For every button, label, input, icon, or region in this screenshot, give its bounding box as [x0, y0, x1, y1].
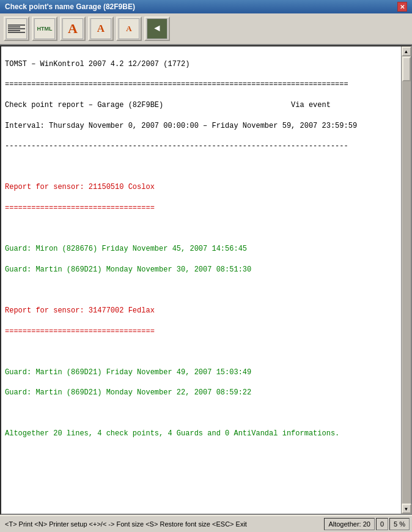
sensor2-sep: ==================================: [5, 327, 155, 336]
blank-5: [5, 409, 9, 418]
report-text: TOMST – WinKontrol 2007 4.2 12/2007 (177…: [5, 49, 397, 449]
scrollbar-thumb[interactable]: [402, 57, 411, 81]
window-title: Check point's name Garage (82F9BE): [5, 2, 397, 11]
font-medium-icon: A: [90, 18, 111, 39]
sensor1-sep: ==================================: [5, 204, 155, 212]
print-icon: [6, 18, 27, 39]
status-hint: <T> Print <N> Printer setup <+>/< -> Fon…: [2, 520, 324, 528]
print-button[interactable]: [4, 17, 29, 41]
report-content[interactable]: TOMST – WinKontrol 2007 4.2 12/2007 (177…: [1, 46, 401, 514]
report-line-1: TOMST – WinKontrol 2007 4.2 12/2007 (177…: [5, 60, 189, 68]
close-button[interactable]: ✕: [397, 2, 407, 12]
html-icon: HTML: [34, 18, 55, 39]
status-bar: <T> Print <N> Printer setup <+>/< -> Fon…: [0, 515, 412, 532]
font-large-icon: A: [62, 18, 83, 39]
scroll-down-button[interactable]: ▼: [402, 504, 411, 514]
scrollbar[interactable]: ▲ ▼: [401, 46, 411, 514]
font-small-icon: A: [119, 18, 139, 39]
font-large-button[interactable]: A: [60, 17, 86, 41]
font-small-button[interactable]: A: [116, 17, 142, 41]
summary: Altogether 20 lines, 4 check points, 4 G…: [5, 429, 339, 438]
scroll-up-button[interactable]: ▲: [402, 46, 411, 56]
report-line-interval: Interval: Thursday November 0, 2007 00:0…: [5, 122, 357, 130]
status-count: 0: [376, 518, 388, 530]
blank-1: [5, 163, 9, 171]
title-bar: Check point's name Garage (82F9BE) ✕: [0, 0, 412, 13]
report-line-report: Check point report – Garage (82F9BE) Via…: [5, 101, 331, 109]
html-button[interactable]: HTML: [32, 17, 57, 41]
blank-4: [5, 347, 9, 356]
blank-3: [5, 286, 9, 294]
sensor2-label: Report for sensor: 31477002 Fedlax: [5, 306, 155, 315]
sensor1-label: Report for sensor: 21150510 Coslox: [5, 183, 155, 191]
guard1: Guard: Miron (828676) Friday November 45…: [5, 245, 247, 253]
guard3: Guard: Martin (869D21) Friday November 4…: [5, 368, 251, 377]
separator-1: ========================================…: [5, 80, 348, 89]
guard2: Guard: Martin (869D21) Monday November 3…: [5, 265, 251, 274]
status-zoom: 5 %: [389, 518, 410, 530]
toolbar: HTML A A A ◄: [0, 13, 412, 45]
status-altogether: Altogether: 20: [324, 518, 375, 530]
scrollbar-track[interactable]: [402, 57, 411, 503]
back-icon: ◄: [147, 18, 167, 39]
font-medium-button[interactable]: A: [88, 17, 114, 41]
guard4: Guard: Martin (869D21) Monday November 2…: [5, 388, 251, 397]
blank-2: [5, 224, 9, 233]
separator-2: ----------------------------------------…: [5, 142, 348, 150]
back-button[interactable]: ◄: [144, 17, 170, 41]
report-container: TOMST – WinKontrol 2007 4.2 12/2007 (177…: [0, 45, 412, 515]
